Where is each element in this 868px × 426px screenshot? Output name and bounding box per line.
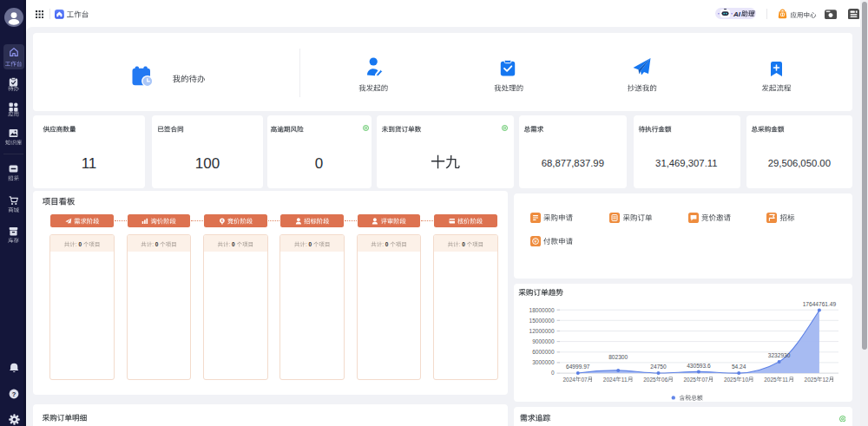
svg-text:?: ? — [12, 390, 16, 397]
